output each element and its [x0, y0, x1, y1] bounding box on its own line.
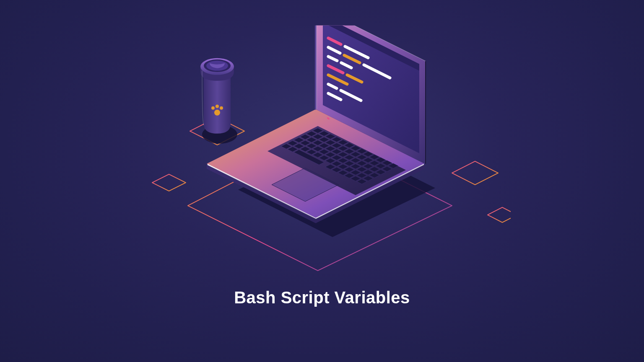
- svg-point-5: [211, 106, 215, 110]
- coffee-cup: [200, 58, 234, 134]
- deco-diamond-left: [152, 174, 186, 191]
- svg-point-7: [220, 106, 223, 110]
- svg-point-4: [214, 110, 220, 116]
- deco-diamond-right-2: [488, 207, 511, 222]
- isometric-laptop-illustration: [133, 26, 511, 294]
- svg-point-6: [216, 105, 219, 108]
- deco-diamond-right-1: [452, 161, 498, 185]
- page-title: Bash Script Variables: [234, 288, 410, 307]
